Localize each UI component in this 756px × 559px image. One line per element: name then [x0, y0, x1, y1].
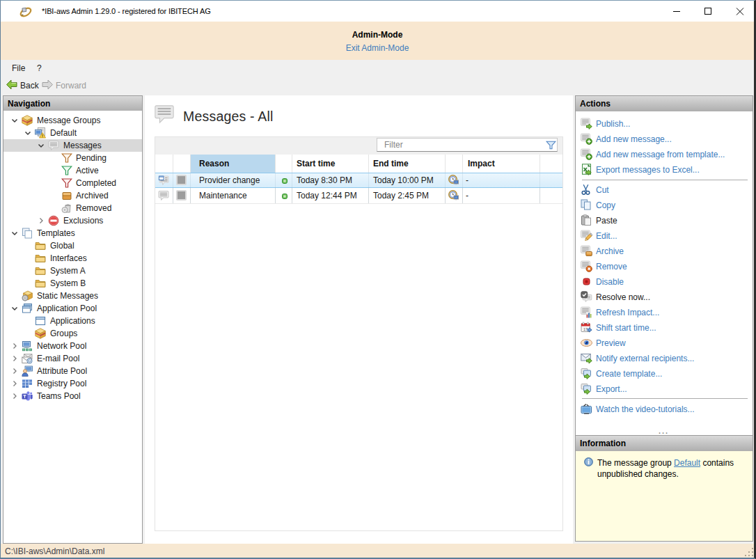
- svg-text:17: 17: [583, 327, 588, 331]
